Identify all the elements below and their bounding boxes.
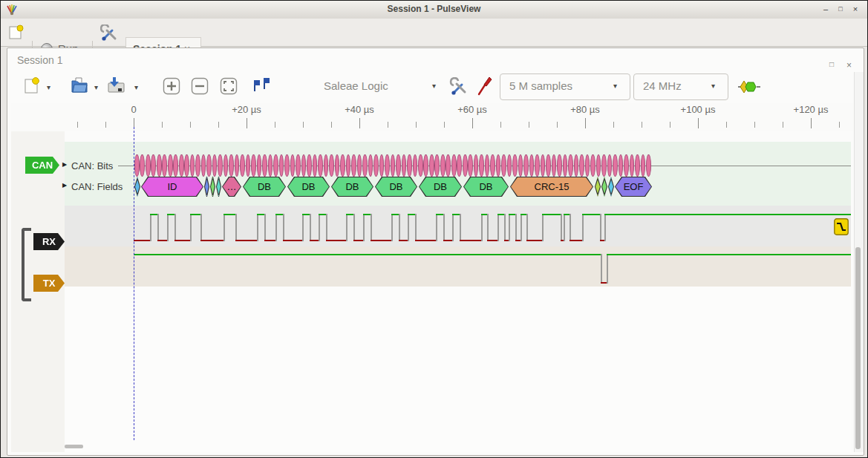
can-bit-annotation <box>162 154 167 177</box>
can-bit-annotation <box>251 154 256 177</box>
time-ruler[interactable]: 0+20 µs+40 µs+60 µs+80 µs+100 µs+120 µs <box>11 103 862 131</box>
vertical-scrollbar-handle[interactable] <box>855 247 861 449</box>
new-dropdown-arrow[interactable]: ▾ <box>47 83 50 91</box>
close-button[interactable]: × <box>850 4 861 15</box>
wave-edge <box>326 214 327 241</box>
settings-wrench-icon[interactable] <box>100 24 118 42</box>
wave-edge <box>264 214 266 241</box>
dock-close-button[interactable]: × <box>846 60 852 71</box>
new-file-button[interactable] <box>23 76 41 96</box>
minimize-button[interactable]: – <box>820 4 831 15</box>
time-cursor-line[interactable] <box>134 127 134 440</box>
wave-segment <box>134 254 601 255</box>
can-bit-annotation <box>206 154 212 177</box>
signal-tag-rx[interactable]: RX <box>33 233 65 250</box>
can-field-annotation[interactable]: CRC-15 <box>510 177 593 197</box>
wave-segment <box>150 214 157 215</box>
can-bit-annotation <box>490 154 495 177</box>
wave-edge <box>200 214 202 241</box>
can-field-annotation[interactable]: DB <box>419 177 462 197</box>
dock-float-button[interactable]: □ <box>829 60 834 68</box>
trigger-flags-icon[interactable] <box>251 76 272 96</box>
can-bit-annotation <box>379 154 385 177</box>
can-field-annotation[interactable]: DB <box>375 177 417 197</box>
device-dropdown-arrow: ▾ <box>432 82 436 90</box>
row-label-can-bits[interactable]: CAN: Bits <box>71 160 113 171</box>
can-bit-annotation <box>262 154 267 177</box>
ruler-major-tick <box>698 118 699 128</box>
expander-icon[interactable]: ▶ <box>62 182 67 189</box>
wave-segment <box>436 214 443 215</box>
expander-icon[interactable]: ▶ <box>62 161 67 168</box>
can-field-annotation[interactable]: EOF <box>615 177 652 197</box>
horizontal-scrollbar-handle[interactable] <box>65 445 83 448</box>
wave-segment <box>190 214 200 215</box>
can-field-annotation[interactable]: DB <box>287 177 330 197</box>
wave-edge <box>157 214 159 241</box>
can-bit-annotation <box>457 154 462 177</box>
wave-edge <box>570 214 571 241</box>
wave-segment <box>607 254 851 255</box>
open-file-button[interactable] <box>70 76 89 94</box>
can-bit-annotation <box>463 154 468 177</box>
decoder-tag-can[interactable]: CAN <box>25 157 59 174</box>
open-dropdown-arrow[interactable]: ▾ <box>94 83 98 91</box>
wave-edge <box>436 214 437 241</box>
ruler-tick-label: +80 µs <box>570 104 600 115</box>
wave-edge <box>174 214 176 241</box>
wave-segment <box>391 214 399 215</box>
maximize-button[interactable]: □ <box>835 4 846 15</box>
trace-view-background <box>65 287 851 452</box>
can-bit-annotation <box>240 154 245 177</box>
can-field-annotation[interactable]: DB <box>463 177 509 197</box>
can-bit-annotation <box>134 154 140 177</box>
ruler-major-tick <box>472 118 473 128</box>
wave-segment <box>443 240 452 241</box>
zoom-in-button[interactable] <box>163 77 180 95</box>
wave-segment <box>521 214 526 215</box>
wave-edge <box>504 214 506 241</box>
channel-group-bracket[interactable] <box>22 228 31 301</box>
sample-count-value: 5 M samples <box>509 79 572 92</box>
configure-device-wrench-icon[interactable] <box>449 77 469 96</box>
ruler-minor-tick <box>613 122 614 128</box>
can-field-annotation[interactable]: DB <box>243 177 286 197</box>
can-bit-annotation <box>613 154 618 177</box>
new-session-button[interactable] <box>8 24 25 41</box>
ruler-minor-tick <box>754 122 755 128</box>
wave-segment <box>264 240 275 241</box>
save-dropdown-arrow[interactable]: ▾ <box>134 83 138 91</box>
wave-edge <box>481 214 483 241</box>
sample-rate-combobox[interactable]: 24 MHz ▾ <box>633 73 728 100</box>
save-button[interactable] <box>106 76 127 94</box>
trigger-marker-falling-edge-icon[interactable] <box>834 218 849 235</box>
row-label-can-fields[interactable]: CAN: Fields <box>71 181 123 192</box>
sample-count-combobox[interactable]: 5 M samples ▾ <box>500 73 630 100</box>
zoom-out-button[interactable] <box>191 77 209 95</box>
wave-edge <box>521 214 522 241</box>
can-bit-annotation <box>296 154 301 177</box>
can-field-annotation[interactable]: DB <box>331 177 373 197</box>
add-decoder-icon[interactable] <box>738 80 760 94</box>
wave-edge <box>235 214 237 241</box>
ruler-minor-tick <box>783 122 783 128</box>
zoom-fit-button[interactable] <box>220 77 238 95</box>
device-combobox[interactable]: Saleae Logic ▾ <box>324 75 446 99</box>
wave-edge <box>391 214 393 241</box>
wave-edge <box>497 214 499 241</box>
can-bit-annotation <box>146 154 151 177</box>
ruler-minor-tick <box>162 122 163 128</box>
wave-edge <box>415 214 417 241</box>
pulseview-window: Session 1 - PulseView – □ × Run Session … <box>0 0 868 458</box>
can-field-annotation[interactable]: ID <box>141 177 203 197</box>
channels-probe-icon[interactable] <box>476 75 494 97</box>
can-bit-annotation <box>479 154 484 177</box>
wave-edge <box>452 214 454 241</box>
signal-tag-tx[interactable]: TX <box>33 275 65 292</box>
can-field-label: EOF <box>616 177 651 196</box>
ruler-tick-label: +40 µs <box>345 104 374 115</box>
can-bit-annotation <box>340 154 345 177</box>
wave-segment <box>542 214 561 215</box>
ruler-tick-label: +20 µs <box>232 104 261 115</box>
ruler-minor-tick <box>218 122 219 128</box>
